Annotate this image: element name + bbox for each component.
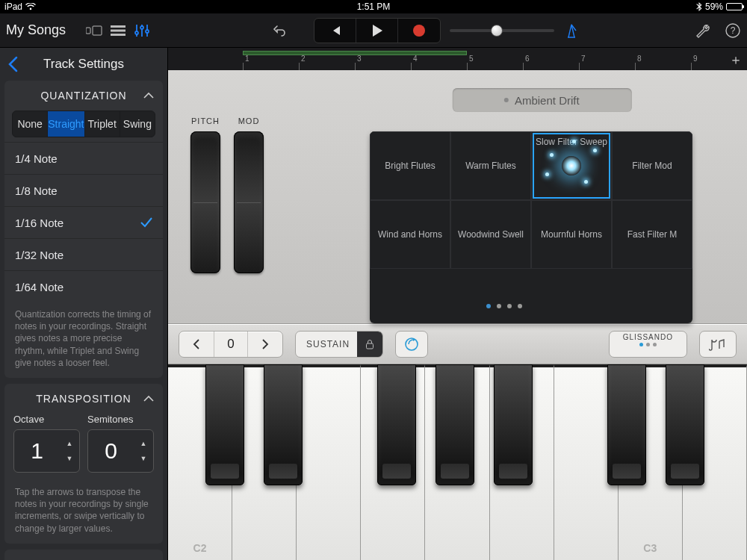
octave-down-button[interactable] xyxy=(179,332,214,357)
settings-wrench-button[interactable] xyxy=(695,22,711,39)
black-key[interactable] xyxy=(205,364,244,485)
quantization-swing-button[interactable]: Swing xyxy=(120,111,155,137)
page-indicator[interactable] xyxy=(486,304,522,308)
pad-warm-flutes[interactable]: Warm Flutes xyxy=(450,131,531,200)
view-tracks-button[interactable] xyxy=(106,20,130,41)
bar-number: 1 xyxy=(243,55,299,63)
pitch-wheel[interactable] xyxy=(190,131,220,273)
record-button[interactable] xyxy=(398,19,440,43)
quantization-1-8-note[interactable]: 1/8 Note xyxy=(4,174,163,206)
pad-filter-mod[interactable]: Filter Mod xyxy=(612,131,692,200)
lock-icon xyxy=(357,332,382,357)
goto-start-button[interactable] xyxy=(314,19,356,43)
checkmark-icon xyxy=(140,217,152,228)
page-dot xyxy=(518,304,522,308)
octave-value: 1 xyxy=(14,438,60,464)
octave-up-button[interactable] xyxy=(248,332,282,357)
quantization-1-32-note[interactable]: 1/32 Note xyxy=(4,238,163,270)
bar-number: 7 xyxy=(579,55,635,63)
recording-header[interactable]: RECORDING xyxy=(4,550,163,560)
preset-selector[interactable]: Ambient Drift xyxy=(452,88,631,112)
undo-button[interactable] xyxy=(269,20,290,41)
arrow-down-icon[interactable]: ▼ xyxy=(140,455,147,462)
add-section-button[interactable]: ＋ xyxy=(729,51,743,69)
pad-label: Filter Mod xyxy=(632,161,672,171)
quantization-header[interactable]: QUANTIZATION xyxy=(4,81,163,111)
sound-pad-grid: Bright Flutes Warm Flutes Slow Filter Sw… xyxy=(370,131,692,323)
master-volume-slider[interactable] xyxy=(450,29,554,32)
scale-button[interactable] xyxy=(699,331,737,358)
keyboard-toolbar: 0 SUSTAIN GLISSANDO xyxy=(168,324,747,364)
touch-glow-icon xyxy=(532,132,611,199)
page-dot xyxy=(497,304,501,308)
page-dot xyxy=(486,304,491,308)
page-dot xyxy=(653,343,657,346)
arrow-up-icon[interactable]: ▲ xyxy=(66,440,73,447)
arrow-up-icon[interactable]: ▲ xyxy=(140,440,147,447)
chevron-up-icon xyxy=(143,395,154,402)
status-time: 1:51 PM xyxy=(357,1,391,12)
help-button[interactable]: ? xyxy=(725,22,741,39)
arrow-down-icon[interactable]: ▼ xyxy=(66,455,73,462)
quantization-header-label: QUANTIZATION xyxy=(40,90,126,102)
battery-percent: 59% xyxy=(705,1,723,12)
smart-instrument-area: Ambient Drift PITCH MOD Bright Flutes Wa… xyxy=(168,70,747,324)
keyboard-octave-stepper: 0 xyxy=(179,331,283,358)
transposition-header[interactable]: TRANSPOSITION xyxy=(4,384,163,414)
sustain-button[interactable]: SUSTAIN xyxy=(295,331,383,358)
timeline-ruler[interactable]: 1 2 3 4 5 6 7 8 9 ＋ xyxy=(168,48,747,70)
view-browser-button[interactable] xyxy=(82,20,106,41)
app-toolbar: My Songs xyxy=(0,13,747,48)
transport-controls xyxy=(314,18,441,43)
quantization-section: QUANTIZATION None Straight Triplet Swing… xyxy=(4,81,163,378)
black-key[interactable] xyxy=(607,364,646,485)
chevron-up-icon xyxy=(143,92,154,99)
white-key[interactable] xyxy=(297,364,361,560)
black-key[interactable] xyxy=(377,364,416,485)
svg-rect-14 xyxy=(367,343,374,349)
my-songs-button[interactable]: My Songs xyxy=(6,22,66,38)
black-key[interactable] xyxy=(666,364,704,485)
play-button[interactable] xyxy=(356,19,398,43)
pad-wind-and-horns[interactable]: Wind and Horns xyxy=(370,200,450,269)
bar-number: 3 xyxy=(355,55,411,63)
black-key[interactable] xyxy=(436,364,474,485)
pad-bright-flutes[interactable]: Bright Flutes xyxy=(370,131,450,200)
sustain-label: SUSTAIN xyxy=(306,339,350,349)
svg-point-10 xyxy=(146,30,149,33)
cycle-region[interactable] xyxy=(243,51,467,55)
mod-wheel-label: MOD xyxy=(238,116,260,125)
pad-slow-filter-sweep[interactable]: Slow Filter Sweep xyxy=(531,131,612,200)
mod-wheel[interactable] xyxy=(234,131,264,273)
pad-woodwind-swell[interactable]: Woodwind Swell xyxy=(450,200,531,269)
pad-label: Fast Filter M xyxy=(627,229,678,240)
black-key[interactable] xyxy=(264,364,303,485)
quantization-1-64-note[interactable]: 1/64 Note xyxy=(4,270,163,302)
transposition-section: TRANSPOSITION Octave 1 ▲▼ Semitones xyxy=(4,384,163,544)
back-button[interactable] xyxy=(7,56,18,72)
pad-label: Warm Flutes xyxy=(465,161,516,171)
octave-stepper[interactable]: 1 ▲▼ xyxy=(13,429,80,473)
list-item-label: 1/16 Note xyxy=(15,217,63,229)
autoplay-button[interactable] xyxy=(395,331,428,358)
list-item-label: 1/4 Note xyxy=(15,152,58,165)
pad-mournful-horns[interactable]: Mournful Horns xyxy=(531,200,612,269)
quantization-straight-button[interactable]: Straight xyxy=(48,111,84,137)
quantization-triplet-button[interactable]: Triplet xyxy=(85,111,120,137)
quantization-none-button[interactable]: None xyxy=(13,111,48,137)
black-key[interactable] xyxy=(494,364,533,485)
glissando-button[interactable]: GLISSANDO xyxy=(609,331,687,358)
semitones-stepper[interactable]: 0 ▲▼ xyxy=(87,429,154,473)
piano-keyboard[interactable]: C2 C3 xyxy=(168,364,747,560)
quantization-1-16-note[interactable]: 1/16 Note xyxy=(4,206,163,238)
svg-point-9 xyxy=(140,26,143,29)
list-item-label: 1/64 Note xyxy=(15,281,63,293)
pad-fast-filter[interactable]: Fast Filter M xyxy=(612,200,692,269)
pad-label: Mournful Horns xyxy=(541,229,602,240)
status-bar: iPad 1:51 PM 59% xyxy=(0,0,747,13)
track-settings-button[interactable] xyxy=(130,20,154,41)
metronome-button[interactable] xyxy=(563,22,580,39)
transposition-help-text: Tap the arrows to transpose the notes in… xyxy=(4,480,163,544)
bluetooth-icon xyxy=(696,2,702,11)
quantization-1-4-note[interactable]: 1/4 Note xyxy=(4,142,163,174)
